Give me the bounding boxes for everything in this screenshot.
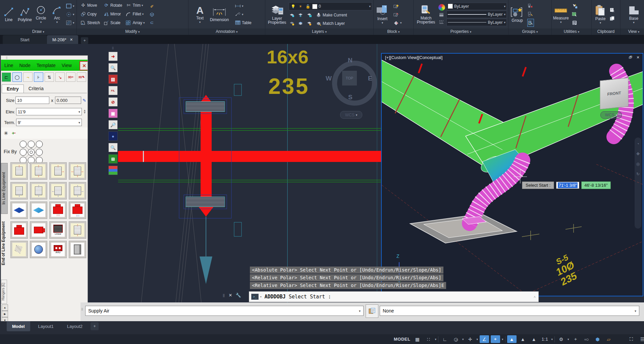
rectangle-tool-button[interactable]: ▾ [66, 2, 74, 10]
elbow-tool-icon[interactable]: ¬ [23, 72, 33, 82]
viewport-controls-label[interactable]: [+][Custom View][Conceptual] [385, 55, 442, 60]
command-expand-icon[interactable]: ˄ [534, 295, 536, 299]
dynamic-dimension-2[interactable]: 46'-8 13/16" [581, 181, 610, 189]
navigation-bar[interactable]: ◔ ✥ ◎ ↻ [635, 137, 641, 229]
trim-button[interactable]: ✄Trim▾ [125, 2, 145, 9]
layer-color-swatch[interactable] [312, 4, 317, 9]
select-all-button[interactable] [572, 11, 578, 18]
edit-block-button[interactable] [393, 11, 402, 18]
arc-button[interactable]: Arc ▾ [50, 1, 64, 28]
annotation-panel-label[interactable]: Annotation ▾ [189, 28, 265, 35]
size2-input[interactable]: 0.000 [55, 97, 81, 104]
layer-properties-button[interactable]: Layer Properties [267, 1, 287, 28]
annotation-scale-value[interactable]: 1:1 [540, 335, 550, 343]
elevation-select[interactable]: 11'9▾ [16, 108, 82, 115]
restore-viewport-icon[interactable]: 🗗 [628, 55, 633, 60]
zoom-window-icon[interactable]: 🔍 [108, 63, 118, 72]
polyline-button[interactable]: Polyline [17, 1, 32, 28]
no-entry-icon[interactable]: ⊘ [108, 97, 118, 107]
scroll-right-button[interactable]: ▶ [2, 311, 8, 317]
chevron-down-icon[interactable]: ▾ [242, 5, 244, 7]
modify-panel-label[interactable]: Modify ▾ [77, 28, 188, 35]
match-properties-button[interactable]: Match Properties [415, 1, 437, 28]
chevron-down-icon[interactable]: ▾ [40, 21, 42, 23]
equipment-tile[interactable]: ↑↓ [30, 162, 47, 180]
fillet-duct-icon[interactable]: FIL [108, 86, 118, 95]
pan-icon[interactable]: ✥ [636, 152, 640, 156]
chevron-down-icon[interactable]: ▾ [600, 21, 601, 24]
system-settings-button[interactable] [366, 304, 378, 318]
orbit-icon[interactable]: ↻ [636, 172, 640, 176]
fillet-button[interactable]: Fillet▾ [125, 10, 145, 18]
graphics-performance-icon[interactable]: ⬢ [593, 335, 602, 343]
model-space-toggle[interactable]: MODEL [393, 335, 411, 343]
chevron-down-icon[interactable]: ▾ [56, 21, 58, 23]
line-button[interactable]: Line [1, 1, 16, 28]
fixby-grid[interactable] [18, 139, 44, 165]
move-button[interactable]: ✣Move [80, 2, 100, 9]
chevron-down-icon[interactable]: ▾ [462, 338, 464, 341]
isolate-objects-icon[interactable]: ▫○ [582, 335, 591, 343]
create-block-button[interactable] [393, 2, 402, 10]
zoom-green-icon[interactable]: 🔍 [108, 143, 118, 152]
viewport-3d[interactable]: [+][Custom View][Conceptual] 🗗 ✕ FRONT W… [381, 53, 643, 296]
filter-select[interactable]: None▾ [380, 306, 639, 316]
riser-tool-icon[interactable]: ⊦ [34, 72, 43, 82]
chevron-down-icon[interactable]: ▾ [502, 338, 503, 341]
3d-edit-tool-icon[interactable]: 3D✎ [77, 72, 86, 82]
command-line[interactable]: >_ ▾ ADDDOBJ Select Start : ˄ [249, 291, 539, 302]
damper-tool-icon[interactable]: ▣ [108, 109, 118, 118]
layer-sun-icon[interactable] [306, 20, 312, 26]
layer-unlock-icon[interactable]: 🔓 [305, 3, 311, 9]
tab-criteria[interactable]: Criteria [24, 84, 48, 93]
layer-thaw-icon[interactable]: ☀ [298, 3, 304, 9]
equipment-tile[interactable]: ↓↑ [30, 182, 47, 199]
size-pick-icon[interactable]: ✎ [83, 98, 86, 103]
cut-button[interactable] [609, 6, 615, 14]
layer-freeze-icon[interactable]: ❄ [298, 12, 304, 18]
explode-button[interactable] [149, 11, 155, 18]
chevron-down-icon[interactable]: ▾ [369, 5, 371, 8]
menu-node[interactable]: Node [19, 63, 30, 68]
viewcube-top-face[interactable]: TOP [342, 71, 357, 85]
round-duct-tool-icon[interactable]: ◯ [12, 72, 22, 82]
chevron-down-icon[interactable]: ▾ [382, 21, 383, 24]
compass-east[interactable]: E [368, 75, 372, 82]
measure-button[interactable]: Measure ▾ [553, 1, 569, 28]
chevron-down-icon[interactable]: ▾ [477, 338, 478, 341]
stretch-button[interactable]: Stretch [80, 19, 100, 26]
quick-select-button[interactable] [572, 2, 578, 10]
tab-hangers[interactable]: Hangers [E] [1, 280, 7, 304]
chevron-down-icon[interactable]: ▾ [199, 21, 201, 23]
equipment-tile[interactable] [10, 221, 28, 239]
tab-start[interactable]: Start [3, 35, 47, 44]
layer-vpfreeze-icon[interactable] [298, 20, 304, 26]
lineweight-dropdown[interactable]: ByLayer ▾ [446, 11, 507, 18]
copy-button[interactable]: Copy [80, 10, 100, 18]
draw-panel-label[interactable]: Draw ▾ [0, 28, 76, 35]
chevron-down-icon[interactable]: ▾ [73, 5, 74, 7]
tab-model[interactable]: Model [7, 321, 30, 331]
equipment-tile[interactable]: ↓← [49, 182, 67, 199]
object-color-dropdown[interactable]: ByLayer ▾ [446, 3, 507, 10]
tab-layout2[interactable]: Layout2 [62, 321, 88, 331]
annotation-visibility-toggle[interactable]: ▲ [507, 335, 517, 343]
chevron-down-icon[interactable]: ▾ [633, 21, 635, 24]
erase-button[interactable]: ✏ [149, 2, 155, 10]
palette-grip[interactable]: ⣿ [6, 56, 8, 59]
tab-drawing[interactable]: M-208* ✕ [47, 35, 78, 44]
block-panel-label[interactable]: Block ▾ [374, 28, 413, 35]
layers-panel-label[interactable]: Layers ▾ [265, 28, 373, 35]
paste-button[interactable]: Paste ▾ [593, 1, 608, 28]
chevron-down-icon[interactable]: ▾ [400, 21, 402, 24]
tab-endline-equipment[interactable]: End of Line Equipment [1, 214, 7, 273]
viewcube-2d[interactable]: N W E S TOP [327, 57, 377, 108]
clean-screen-toggle[interactable]: ⛶ [627, 335, 636, 343]
import-tool-icon[interactable]: ➜ [108, 52, 118, 61]
rotate-button[interactable]: ⟳Rotate [103, 2, 122, 9]
chevron-down-icon[interactable]: ▾ [504, 5, 505, 8]
chevron-down-icon[interactable]: ▾ [504, 13, 505, 16]
isoplane-toggle[interactable]: ✛ [466, 335, 475, 343]
array-button[interactable]: Array▾ [125, 19, 145, 26]
chevron-down-icon[interactable]: ▾ [560, 21, 562, 23]
